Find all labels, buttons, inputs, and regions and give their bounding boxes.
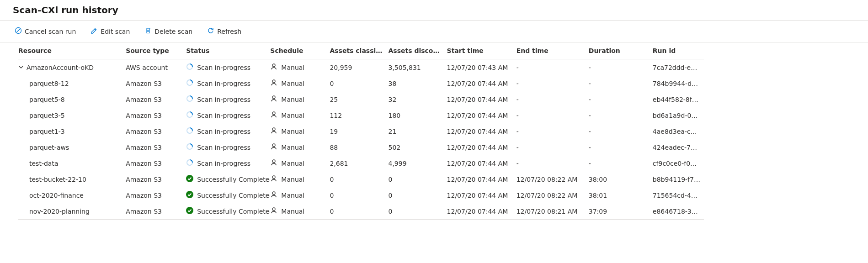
- source-type: AWS account: [126, 59, 186, 76]
- assets-classified: 25: [330, 91, 388, 107]
- cancel-icon: [15, 27, 22, 36]
- run-id: b8b94119-f769-4e: [653, 171, 704, 187]
- col-header-resource[interactable]: Resource: [18, 42, 126, 59]
- assets-classified: 19: [330, 123, 388, 139]
- start-time: 12/07/20 07:44 AM: [447, 187, 517, 203]
- start-time: 12/07/20 07:44 AM: [447, 171, 517, 187]
- edit-icon: [91, 27, 98, 36]
- refresh-button[interactable]: Refresh: [205, 25, 243, 37]
- end-time: 12/07/20 08:22 AM: [517, 171, 589, 187]
- check-circle-icon: [186, 175, 193, 184]
- schedule-label: Manual: [281, 112, 304, 119]
- svg-point-19: [272, 192, 275, 195]
- table-row[interactable]: nov-2020-planningAmazon S3Successfully C…: [18, 203, 704, 220]
- spinner-icon: [186, 63, 193, 72]
- delete-scan-button[interactable]: Delete scan: [143, 25, 194, 37]
- table-row[interactable]: parquet3-5Amazon S3Scan in-progressManua…: [18, 107, 704, 123]
- col-header-classified[interactable]: Assets classified: [330, 42, 388, 59]
- resource-name: oct-2020-finance: [29, 192, 84, 199]
- resource-name: test-bucket-22-10: [29, 176, 86, 183]
- run-id: 4ae8d3ea-ca67-41: [653, 123, 704, 139]
- table-row[interactable]: parquet8-12Amazon S3Scan in-progressManu…: [18, 75, 704, 91]
- check-circle-icon: [186, 191, 193, 200]
- table-row[interactable]: oct-2020-financeAmazon S3Successfully Co…: [18, 187, 704, 203]
- assets-classified: 2,681: [330, 155, 388, 171]
- col-header-start[interactable]: Start time: [447, 42, 517, 59]
- source-type: Amazon S3: [126, 171, 186, 187]
- end-time: -: [517, 155, 589, 171]
- run-id: cf9c0ce0-f051-4d6: [653, 155, 704, 171]
- cancel-scan-button[interactable]: Cancel scan run: [13, 25, 78, 37]
- assets-classified: 0: [330, 171, 388, 187]
- status-label: Scan in-progress: [197, 144, 250, 151]
- end-time: 12/07/20 08:22 AM: [517, 187, 589, 203]
- resource-name: parquet8-12: [29, 80, 69, 87]
- table-row[interactable]: test-bucket-22-10Amazon S3Successfully C…: [18, 171, 704, 187]
- assets-classified: 0: [330, 203, 388, 220]
- table-row[interactable]: parquet5-8Amazon S3Scan in-progressManua…: [18, 91, 704, 107]
- chevron-down-icon[interactable]: [18, 64, 24, 71]
- svg-point-21: [272, 208, 275, 210]
- start-time: 12/07/20 07:44 AM: [447, 155, 517, 171]
- duration: 37:09: [589, 203, 653, 220]
- status-label: Scan in-progress: [197, 96, 250, 103]
- source-type: Amazon S3: [126, 91, 186, 107]
- person-icon: [270, 175, 277, 184]
- schedule-label: Manual: [281, 96, 304, 103]
- cancel-scan-label: Cancel scan run: [25, 28, 76, 35]
- col-header-status[interactable]: Status: [186, 42, 270, 59]
- table-row[interactable]: parquet1-3Amazon S3Scan in-progressManua…: [18, 123, 704, 139]
- source-type: Amazon S3: [126, 155, 186, 171]
- assets-classified: 20,959: [330, 59, 388, 76]
- source-type: Amazon S3: [126, 75, 186, 91]
- start-time: 12/07/20 07:44 AM: [447, 91, 517, 107]
- schedule-label: Manual: [281, 128, 304, 135]
- status-label: Scan in-progress: [197, 64, 250, 71]
- run-history-table: Resource Source type Status Schedule Ass…: [18, 42, 704, 220]
- spinner-icon: [186, 95, 193, 104]
- assets-classified: 0: [330, 187, 388, 203]
- resource-name: parquet-aws: [29, 144, 69, 151]
- schedule-label: Manual: [281, 144, 304, 151]
- table-row[interactable]: parquet-awsAmazon S3Scan in-progressManu…: [18, 139, 704, 155]
- end-time: 12/07/20 08:21 AM: [517, 203, 589, 220]
- schedule-label: Manual: [281, 160, 304, 167]
- duration: 38:00: [589, 171, 653, 187]
- spinner-icon: [186, 143, 193, 152]
- duration: -: [589, 91, 653, 107]
- person-icon: [270, 63, 277, 72]
- col-header-source[interactable]: Source type: [126, 42, 186, 59]
- table-row[interactable]: AmazonAccount-oKDAWS accountScan in-prog…: [18, 59, 704, 76]
- col-header-duration[interactable]: Duration: [589, 42, 653, 59]
- col-header-end[interactable]: End time: [517, 42, 589, 59]
- assets-discovered: 0: [389, 203, 447, 220]
- assets-discovered: 180: [389, 107, 447, 123]
- refresh-label: Refresh: [217, 28, 241, 35]
- edit-scan-button[interactable]: Edit scan: [89, 25, 132, 37]
- svg-point-11: [272, 128, 275, 131]
- table-row[interactable]: test-dataAmazon S3Scan in-progressManual…: [18, 155, 704, 171]
- duration: 38:01: [589, 187, 653, 203]
- col-header-discovered[interactable]: Assets discove…: [389, 42, 447, 59]
- col-header-schedule[interactable]: Schedule: [270, 42, 330, 59]
- check-circle-icon: [186, 207, 193, 216]
- table-header-row: Resource Source type Status Schedule Ass…: [18, 42, 704, 59]
- svg-point-7: [272, 96, 275, 99]
- start-time: 12/07/20 07:44 AM: [447, 107, 517, 123]
- edit-scan-label: Edit scan: [101, 28, 130, 35]
- command-bar: Cancel scan run Edit scan Delete scan Re…: [0, 21, 868, 42]
- svg-line-1: [16, 29, 20, 32]
- duration: -: [589, 123, 653, 139]
- person-icon: [270, 207, 277, 216]
- assets-discovered: 3,505,831: [389, 59, 447, 76]
- svg-point-15: [272, 160, 275, 163]
- spinner-icon: [186, 111, 193, 120]
- run-id: 424eadec-7c89-4d: [653, 139, 704, 155]
- delete-icon: [144, 27, 152, 36]
- assets-discovered: 38: [389, 75, 447, 91]
- run-id: bd6a1a9d-054e-44: [653, 107, 704, 123]
- col-header-runid[interactable]: Run id: [653, 42, 704, 59]
- source-type: Amazon S3: [126, 203, 186, 220]
- run-id: 7ca72ddd-eb23-41: [653, 59, 704, 76]
- schedule-label: Manual: [281, 208, 304, 215]
